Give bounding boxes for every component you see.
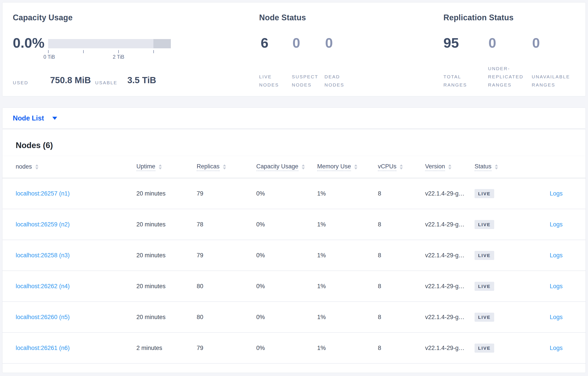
version-cell: v22.1.4-29-g…: [425, 345, 474, 352]
dead-nodes-label: DEAD NODES: [325, 73, 344, 89]
sort-icon: [302, 164, 305, 169]
node-link[interactable]: localhost:26260 (n5): [16, 314, 70, 320]
node-link[interactable]: localhost:26259 (n2): [16, 221, 70, 228]
version-cell: v22.1.4-29-g…: [425, 283, 474, 290]
capacity-usage-cell: 0%: [256, 252, 317, 259]
column-header-nodes[interactable]: nodes: [16, 163, 136, 171]
node-status-title: Node Status: [259, 13, 306, 22]
under-replicated-ranges-value: 0: [488, 35, 496, 51]
column-header-replicas[interactable]: Replicas: [197, 163, 256, 171]
nodes-section-title: Nodes (6): [16, 141, 53, 150]
view-selector-bar: Node List: [2, 107, 586, 129]
live-nodes-value: 6: [261, 35, 268, 51]
status-badge: LIVE: [474, 251, 494, 260]
nodes-table-card: Nodes (6) nodes Uptime Replicas Capacity…: [2, 129, 586, 373]
node-link[interactable]: localhost:26258 (n3): [16, 252, 70, 259]
version-cell: v22.1.4-29-g…: [425, 190, 474, 197]
node-link[interactable]: localhost:26262 (n4): [16, 283, 70, 290]
capacity-tick-label-2: 2 TiB: [113, 54, 124, 60]
logs-link[interactable]: Logs: [550, 221, 563, 228]
replicas-cell: 80: [197, 283, 256, 290]
vcpus-cell: 8: [378, 345, 425, 352]
capacity-usage-cell: 0%: [256, 283, 317, 290]
cluster-summary-card: Capacity Usage 0.0% 0 TiB 2 TiB USED 750…: [2, 2, 586, 96]
table-row: localhost:26261 (n6) 2 minutes 79 0% 1% …: [2, 333, 586, 364]
caret-down-icon: [52, 117, 57, 120]
uptime-cell: 20 minutes: [136, 283, 197, 290]
logs-link[interactable]: Logs: [550, 252, 563, 259]
unavailable-ranges-label: UNAVAILABLE RANGES: [532, 73, 570, 89]
node-list-dropdown[interactable]: Node List: [13, 108, 57, 129]
capacity-axis-tick: [118, 50, 119, 53]
table-row: localhost:26257 (n1) 20 minutes 79 0% 1%…: [2, 178, 586, 209]
used-value: 750.8 MiB: [50, 75, 91, 85]
memory-use-cell: 1%: [317, 283, 378, 290]
node-list-dropdown-label: Node List: [13, 114, 44, 122]
table-header-row: nodes Uptime Replicas Capacity Usage Mem…: [2, 156, 586, 178]
version-cell: v22.1.4-29-g…: [425, 221, 474, 228]
column-header-version[interactable]: Version: [425, 163, 474, 171]
unavailable-ranges-value: 0: [532, 35, 540, 51]
suspect-nodes-value: 0: [293, 35, 300, 51]
sort-icon: [354, 164, 357, 169]
node-link[interactable]: localhost:26261 (n6): [16, 345, 70, 351]
column-header-status[interactable]: Status: [474, 163, 531, 171]
version-cell: v22.1.4-29-g…: [425, 314, 474, 321]
replication-status-title: Replication Status: [443, 13, 514, 22]
logs-link[interactable]: Logs: [550, 314, 563, 320]
sort-icon: [159, 164, 162, 169]
total-ranges-label: TOTAL RANGES: [443, 73, 467, 89]
live-nodes-label: LIVE NODES: [259, 73, 279, 89]
sort-icon: [400, 164, 403, 169]
nodes-table: nodes Uptime Replicas Capacity Usage Mem…: [2, 156, 586, 364]
usable-value: 3.5 TiB: [127, 75, 156, 85]
vcpus-cell: 8: [378, 314, 425, 321]
logs-link[interactable]: Logs: [550, 190, 563, 197]
capacity-tick-label-0: 0 TiB: [43, 54, 55, 60]
table-row: localhost:26260 (n5) 20 minutes 80 0% 1%…: [2, 302, 586, 333]
capacity-usage-cell: 0%: [256, 345, 317, 352]
status-badge: LIVE: [474, 313, 494, 322]
capacity-axis-tick: [48, 50, 49, 53]
status-badge: LIVE: [474, 282, 494, 291]
table-row: localhost:26259 (n2) 20 minutes 78 0% 1%…: [2, 209, 586, 240]
status-badge: LIVE: [474, 189, 494, 198]
total-ranges-value: 95: [443, 35, 459, 51]
capacity-usage-cell: 0%: [256, 221, 317, 228]
capacity-usage-cell: 0%: [256, 190, 317, 197]
used-label: USED: [13, 80, 28, 85]
under-replicated-ranges-label: UNDER- REPLICATED RANGES: [488, 64, 523, 89]
table-row: localhost:26258 (n3) 20 minutes 79 0% 1%…: [2, 240, 586, 271]
replicas-cell: 78: [197, 221, 256, 228]
status-badge: LIVE: [474, 344, 494, 353]
version-cell: v22.1.4-29-g…: [425, 252, 474, 259]
replicas-cell: 80: [197, 314, 256, 321]
replicas-cell: 79: [197, 252, 256, 259]
column-header-uptime[interactable]: Uptime: [136, 163, 197, 171]
vcpus-cell: 8: [378, 190, 425, 197]
capacity-bar-reserved-segment: [153, 39, 171, 48]
memory-use-cell: 1%: [317, 252, 378, 259]
memory-use-cell: 1%: [317, 221, 378, 228]
capacity-axis-tick: [153, 50, 154, 53]
logs-link[interactable]: Logs: [550, 283, 563, 290]
vcpus-cell: 8: [378, 252, 425, 259]
dead-nodes-value: 0: [325, 35, 333, 51]
uptime-cell: 20 minutes: [136, 252, 197, 259]
suspect-nodes-label: SUSPECT NODES: [292, 73, 318, 89]
column-header-memory-use[interactable]: Memory Use: [317, 163, 378, 171]
uptime-cell: 2 minutes: [136, 345, 197, 352]
sort-icon: [448, 164, 451, 169]
uptime-cell: 20 minutes: [136, 314, 197, 321]
column-header-capacity-usage[interactable]: Capacity Usage: [256, 163, 317, 171]
logs-link[interactable]: Logs: [550, 345, 563, 351]
sort-icon: [495, 164, 498, 169]
column-header-vcpus[interactable]: vCPUs: [378, 163, 425, 171]
uptime-cell: 20 minutes: [136, 190, 197, 197]
node-link[interactable]: localhost:26257 (n1): [16, 190, 70, 197]
capacity-usage-bar: [48, 39, 171, 48]
capacity-axis-tick: [83, 50, 84, 53]
usable-label: USABLE: [95, 80, 117, 85]
replicas-cell: 79: [197, 345, 256, 352]
memory-use-cell: 1%: [317, 190, 378, 197]
